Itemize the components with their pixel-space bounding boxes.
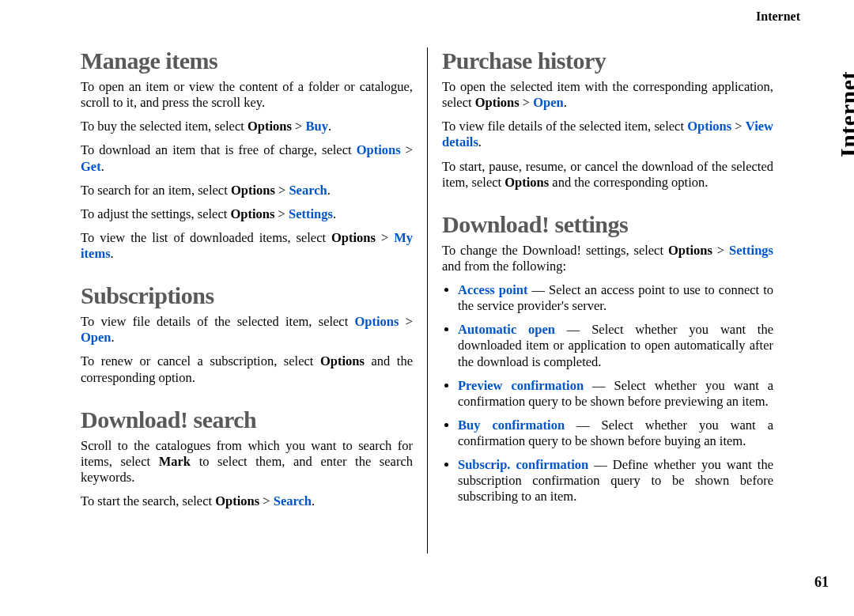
para: To change the Download! settings, select…	[442, 243, 773, 274]
columns: Manage items To open an item or view the…	[81, 47, 800, 554]
heading-download-settings: Download! settings	[442, 211, 773, 238]
heading-manage-items: Manage items	[81, 47, 413, 74]
settings-list: Access point — Select an access point to…	[442, 282, 773, 505]
list-item: Access point — Select an access point to…	[458, 282, 773, 314]
page: Internet Internet 61 Manage items To ope…	[0, 0, 854, 616]
heading-purchase-history: Purchase history	[442, 47, 773, 74]
para: To view the list of downloaded items, se…	[81, 230, 413, 262]
page-number: 61	[814, 574, 829, 591]
para: To start, pause, resume, or cancel the d…	[442, 159, 773, 191]
para: Scroll to the catalogues from which you …	[81, 438, 413, 486]
para: To search for an item, select Options > …	[81, 183, 413, 198]
heading-download-search: Download! search	[81, 406, 413, 433]
para: To adjust the settings, select Options >…	[81, 206, 413, 222]
para: To start the search, select Options > Se…	[81, 493, 413, 509]
para: To open the selected item with the corre…	[442, 79, 773, 111]
heading-subscriptions: Subscriptions	[81, 282, 413, 309]
para: To buy the selected item, select Options…	[81, 119, 413, 134]
para: To view file details of the selected ite…	[81, 314, 413, 346]
list-item: Automatic open — Select whether you want…	[458, 322, 773, 369]
para: To open an item or view the content of a…	[81, 79, 413, 111]
list-item: Subscrip. confirmation — Define whether …	[458, 457, 773, 505]
list-item: Preview confirmation — Select whether yo…	[458, 378, 773, 410]
left-column: Manage items To open an item or view the…	[81, 47, 427, 554]
para: To download an item that is free of char…	[81, 142, 413, 174]
list-item: Buy confirmation — Select whether you wa…	[458, 418, 773, 449]
para: To renew or cancel a subscription, selec…	[81, 353, 413, 385]
chapter-header: Internet	[756, 9, 800, 24]
right-column: Purchase history To open the selected it…	[427, 47, 773, 554]
side-tab: Internet	[835, 71, 854, 157]
para: To view file details of the selected ite…	[442, 119, 773, 150]
